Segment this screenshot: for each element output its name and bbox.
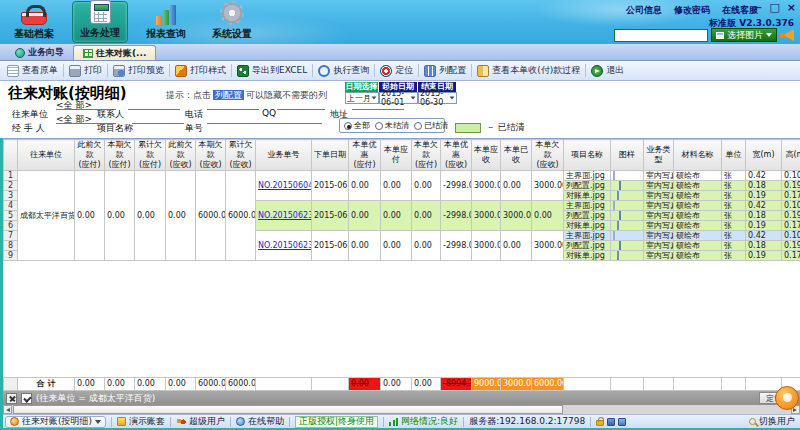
radio-unsettled[interactable]: 未结清 <box>375 120 409 131</box>
company-info-link[interactable]: 公司信息 <box>626 4 662 17</box>
col-header-unit[interactable]: 单位 <box>722 140 746 171</box>
image-cell[interactable] <box>611 181 644 191</box>
width-cell[interactable]: 0.42 <box>746 201 782 211</box>
col-header[interactable]: 本单已收 <box>501 140 532 171</box>
biztype-cell[interactable]: 室内写真 <box>644 171 674 181</box>
image-cell[interactable] <box>611 231 644 241</box>
unit-cell[interactable]: 张 <box>722 231 746 241</box>
remove-filter-button[interactable] <box>6 393 17 404</box>
width-cell[interactable]: 0.19 <box>746 251 782 261</box>
cell[interactable]: 6000.00 <box>226 171 256 261</box>
cell[interactable]: 3000.00 <box>472 171 501 201</box>
col-header[interactable]: 本单欠款 (应收) <box>532 140 564 171</box>
cell[interactable]: 0.00 <box>349 201 381 231</box>
cell[interactable]: 3000.00 <box>472 201 501 231</box>
cell[interactable]: 6000.00 <box>196 171 226 261</box>
height-cell[interactable]: 0.10 <box>782 201 800 211</box>
height-cell[interactable]: 0.10 <box>782 171 800 181</box>
col-header-width[interactable]: 宽(m) <box>746 140 782 171</box>
biztype-cell[interactable]: 室内写真 <box>644 201 674 211</box>
unit-cell[interactable]: 张 <box>722 181 746 191</box>
view-original-button[interactable]: 查看原单 <box>3 64 62 77</box>
restore-button[interactable]: □ <box>769 2 779 13</box>
switch-user-button[interactable]: 切换用户 <box>749 415 795 428</box>
floating-messenger-badge[interactable] <box>775 386 799 410</box>
biztype-cell[interactable]: 室内写真 <box>644 191 674 201</box>
col-header[interactable]: 本单优惠 (应付) <box>349 140 381 171</box>
docno-input[interactable] <box>207 113 322 124</box>
cell[interactable]: 0.00 <box>349 231 381 261</box>
partner-cell[interactable]: 成都太平洋百货 <box>18 171 75 261</box>
row-number[interactable]: 4 <box>4 201 18 211</box>
col-header[interactable]: 本期欠款 (应收) <box>196 140 226 171</box>
nav-item-business-processing[interactable]: 业务处理 <box>72 1 128 43</box>
cell[interactable]: 0.00 <box>501 171 532 201</box>
biztype-cell[interactable]: 室内写真 <box>644 241 674 251</box>
order-date-cell[interactable]: 2015-06-23 <box>312 201 349 231</box>
minimize-button[interactable]: − <box>753 2 762 13</box>
order-date-cell[interactable]: 2015-06-23 <box>312 231 349 261</box>
height-cell[interactable]: 0.17 <box>782 221 800 231</box>
material-cell[interactable]: 硕绘布 <box>674 171 722 181</box>
col-header[interactable]: 本单优惠 (应收) <box>441 140 472 171</box>
unit-cell[interactable]: 张 <box>722 211 746 221</box>
width-cell[interactable]: 0.42 <box>746 171 782 181</box>
cell[interactable]: 0.00 <box>349 171 381 201</box>
cell[interactable]: -2998.04 <box>441 231 472 261</box>
export-excel-button[interactable]: 导出到EXCEL <box>233 64 311 77</box>
width-cell[interactable]: 0.18 <box>746 181 782 191</box>
unit-cell[interactable]: 张 <box>722 191 746 201</box>
order-no-cell[interactable]: NO.201506230003 <box>256 231 312 261</box>
cell[interactable]: 0.00 <box>532 201 564 231</box>
project-cell[interactable]: 列配置.jpg <box>564 241 611 251</box>
pick-image-button[interactable]: 选择图片 <box>711 28 777 42</box>
material-cell[interactable]: 硕绘布 <box>674 231 722 241</box>
contact-input[interactable] <box>128 99 180 110</box>
col-header[interactable]: 本单欠款 (应付) <box>412 140 441 171</box>
project-cell[interactable]: 列配置.jpg <box>564 211 611 221</box>
width-cell[interactable]: 0.42 <box>746 231 782 241</box>
exit-button[interactable]: 退出 <box>587 64 628 77</box>
image-cell[interactable] <box>611 171 644 181</box>
cell[interactable]: 0.00 <box>412 201 441 231</box>
print-button[interactable]: 打印 <box>65 64 106 77</box>
col-header-biztype[interactable]: 业务类型 <box>644 140 674 171</box>
account-set-label[interactable]: 演示账套 <box>117 415 165 428</box>
project-cell[interactable]: 列配置.jpg <box>564 181 611 191</box>
cell[interactable]: 0.00 <box>381 231 412 261</box>
radio-all[interactable]: 全部 <box>344 120 370 131</box>
phone-input[interactable] <box>207 99 259 110</box>
cell[interactable]: 0.00 <box>105 171 135 261</box>
cell[interactable]: -2998.04 <box>441 201 472 231</box>
end-date-select[interactable]: 2015-06-30 <box>418 92 457 104</box>
print-style-button[interactable]: 打印样式 <box>171 64 230 77</box>
col-header[interactable]: 累计欠款 (应收) <box>226 140 256 171</box>
biztype-cell[interactable]: 室内写真 <box>644 181 674 191</box>
locate-button[interactable]: 定位 <box>376 64 417 77</box>
project-cell[interactable]: 对账单.jpg <box>564 251 611 261</box>
current-view-selector[interactable]: 往来对账(按明细) <box>5 416 106 428</box>
cell[interactable]: 0.00 <box>75 171 105 261</box>
unit-cell[interactable]: 张 <box>722 251 746 261</box>
image-cell[interactable] <box>611 221 644 231</box>
scrollbar-thumb[interactable] <box>13 405 563 414</box>
height-cell[interactable]: 0.10 <box>782 231 800 241</box>
project-cell[interactable]: 对账单.jpg <box>564 221 611 231</box>
image-cell[interactable] <box>611 251 644 261</box>
project-cell[interactable]: 主界面.jpg <box>564 171 611 181</box>
order-link[interactable]: NO.201506040001 <box>258 181 312 190</box>
tab-reconciliation[interactable]: 往来对账(... <box>73 45 156 60</box>
row-number[interactable]: 3 <box>4 191 18 201</box>
col-header-project[interactable]: 项目名称 <box>564 140 611 171</box>
qq-input[interactable] <box>277 99 325 110</box>
message-icon[interactable] <box>607 418 615 426</box>
width-cell[interactable]: 0.19 <box>746 191 782 201</box>
chat-icon[interactable] <box>618 418 626 426</box>
material-cell[interactable]: 硕绘布 <box>674 221 722 231</box>
col-header[interactable] <box>4 140 18 171</box>
cell[interactable]: 0.00 <box>135 171 166 261</box>
row-number[interactable]: 9 <box>4 251 18 261</box>
payment-process-button[interactable]: 查看本单收(付)款过程 <box>473 64 584 77</box>
scroll-left-button[interactable] <box>3 405 12 414</box>
col-header-image[interactable]: 图样 <box>611 140 644 171</box>
